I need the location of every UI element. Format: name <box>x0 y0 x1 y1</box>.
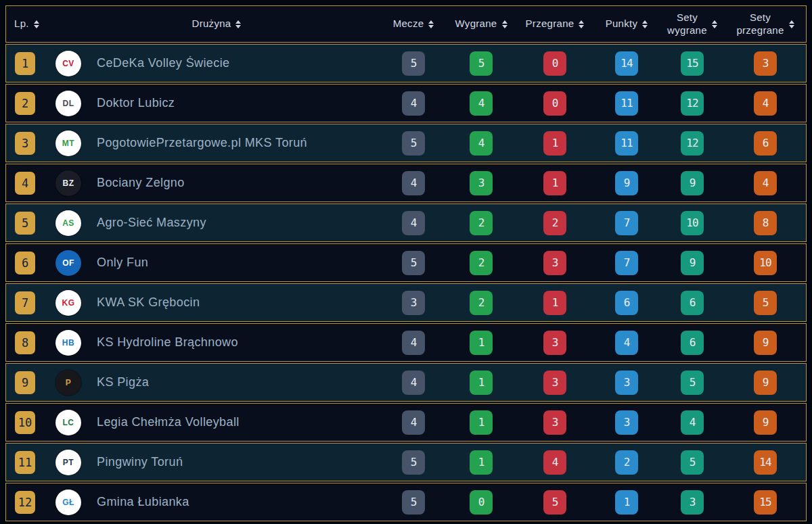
team-cell: AS Agro-Sieć Maszyny <box>44 210 381 236</box>
losses-badge: 3 <box>543 251 566 275</box>
wins-cell: 1 <box>446 410 516 435</box>
matches-badge: 4 <box>402 91 425 116</box>
table-header-row: Lp. Drużyna Mecze Wygrane Przegrane Punk… <box>5 5 807 43</box>
position-badge: 7 <box>15 291 35 314</box>
points-badge: 14 <box>615 51 638 76</box>
table-row[interactable]: 1 CV CeDeKa Volley Świecie 5 5 0 14 15 3 <box>5 44 807 82</box>
wins-badge: 2 <box>470 291 493 315</box>
team-name: Legia Chełmża Volleyball <box>97 415 240 429</box>
position-badge: 1 <box>15 52 35 75</box>
table-row[interactable]: 3 MT PogotowiePrzetargowe.pl MKS Toruń 5… <box>5 124 807 162</box>
team-logo: CV <box>55 51 81 76</box>
column-header-punkty[interactable]: Punkty <box>593 18 660 30</box>
team-cell: BZ Bociany Zelgno <box>44 170 381 196</box>
column-header-sety-wygrane[interactable]: Sety wygrane <box>660 11 725 37</box>
team-cell: PT Pingwiny Toruń <box>44 450 381 475</box>
team-cell: OF Only Fun <box>44 250 381 276</box>
sets-lost-badge: 9 <box>754 410 777 435</box>
wins-cell: 5 <box>446 51 516 76</box>
losses-cell: 1 <box>516 171 593 195</box>
column-label-mecze: Mecze <box>393 18 424 30</box>
table-row[interactable]: 2 DL Doktor Lubicz 4 4 0 11 12 4 <box>5 84 807 122</box>
losses-cell: 3 <box>516 371 593 395</box>
sets-won-cell: 12 <box>660 131 725 156</box>
position-cell: 11 <box>6 451 44 474</box>
points-badge: 3 <box>615 371 638 395</box>
team-cell: LC Legia Chełmża Volleyball <box>44 410 381 435</box>
wins-cell: 2 <box>446 251 516 275</box>
sets-lost-badge: 8 <box>754 211 777 235</box>
matches-cell: 5 <box>381 450 446 475</box>
table-row[interactable]: 11 PT Pingwiny Toruń 5 1 4 2 5 14 <box>5 443 807 481</box>
team-logo: AS <box>55 210 81 236</box>
points-cell: 1 <box>593 490 660 515</box>
losses-cell: 1 <box>516 291 593 315</box>
team-name: Gmina Łubianka <box>97 495 189 509</box>
team-logo: GŁ <box>55 490 81 515</box>
team-cell: DL Doktor Lubicz <box>44 91 381 116</box>
matches-badge: 4 <box>402 211 425 235</box>
team-cell: GŁ Gmina Łubianka <box>44 490 381 515</box>
column-header-team[interactable]: Drużyna <box>52 18 381 30</box>
matches-cell: 3 <box>381 291 446 315</box>
table-row[interactable]: 6 OF Only Fun 5 2 3 7 9 10 <box>5 243 807 282</box>
sort-icon <box>789 20 794 28</box>
team-logo: LC <box>55 410 81 435</box>
sets-won-cell: 15 <box>660 51 725 76</box>
team-logo: BZ <box>55 170 81 196</box>
matches-badge: 4 <box>402 410 425 435</box>
sort-icon <box>502 20 508 28</box>
matches-cell: 4 <box>381 91 446 116</box>
sort-icon <box>642 20 648 28</box>
column-header-wygrane[interactable]: Wygrane <box>446 18 516 30</box>
position-cell: 10 <box>6 411 44 434</box>
position-cell: 3 <box>6 132 44 155</box>
column-header-mecze[interactable]: Mecze <box>381 18 446 30</box>
column-header-lp[interactable]: Lp. <box>6 18 52 30</box>
standings-table: Lp. Drużyna Mecze Wygrane Przegrane Punk… <box>0 0 812 521</box>
sets-lost-cell: 15 <box>725 490 806 515</box>
wins-cell: 0 <box>446 490 516 515</box>
column-label-lp: Lp. <box>14 18 29 30</box>
sets-won-badge: 5 <box>681 371 704 395</box>
table-row[interactable]: 4 BZ Bociany Zelgno 4 3 1 9 9 4 <box>5 164 807 202</box>
losses-badge: 0 <box>543 51 566 76</box>
sets-lost-cell: 10 <box>725 251 806 275</box>
table-row[interactable]: 8 HB KS Hydroline Brąchnowo 4 1 3 4 6 9 <box>5 323 807 362</box>
sets-lost-badge: 4 <box>754 171 777 195</box>
points-cell: 11 <box>593 91 660 116</box>
position-badge: 4 <box>15 172 35 195</box>
table-row[interactable]: 12 GŁ Gmina Łubianka 5 0 5 1 3 15 <box>5 483 807 521</box>
table-row[interactable]: 5 AS Agro-Sieć Maszyny 4 2 2 7 10 8 <box>5 204 807 242</box>
sets-won-badge: 15 <box>681 51 704 76</box>
team-name: PogotowiePrzetargowe.pl MKS Toruń <box>97 136 307 150</box>
sets-won-badge: 12 <box>681 131 704 156</box>
wins-badge: 1 <box>470 450 493 475</box>
losses-badge: 3 <box>543 371 566 395</box>
column-label-team: Drużyna <box>192 18 231 30</box>
losses-cell: 4 <box>516 450 593 475</box>
sets-won-badge: 9 <box>681 171 704 195</box>
table-row[interactable]: 7 KG KWA SK Grębocin 3 2 1 6 6 5 <box>5 283 807 322</box>
table-row[interactable]: 10 LC Legia Chełmża Volleyball 4 1 3 3 4… <box>5 403 807 442</box>
sets-lost-badge: 9 <box>754 331 777 355</box>
column-header-sety-przegrane[interactable]: Sety przegrane <box>725 11 806 37</box>
column-header-przegrane[interactable]: Przegrane <box>516 18 593 30</box>
wins-cell: 4 <box>446 91 516 116</box>
losses-badge: 4 <box>543 450 566 475</box>
team-logo: P <box>55 370 81 396</box>
losses-cell: 0 <box>516 51 593 76</box>
losses-cell: 3 <box>516 410 593 435</box>
sets-won-badge: 4 <box>681 410 704 435</box>
sets-lost-cell: 9 <box>725 331 806 355</box>
points-cell: 9 <box>593 171 660 195</box>
table-row[interactable]: 9 P KS Pigża 4 1 3 3 5 9 <box>5 363 807 402</box>
points-badge: 4 <box>615 331 638 355</box>
sets-won-cell: 5 <box>660 371 725 395</box>
matches-badge: 5 <box>402 450 425 475</box>
wins-badge: 5 <box>470 51 493 76</box>
wins-cell: 4 <box>446 131 516 156</box>
sort-icon <box>712 20 717 28</box>
losses-cell: 5 <box>516 490 593 515</box>
position-cell: 7 <box>6 291 44 314</box>
